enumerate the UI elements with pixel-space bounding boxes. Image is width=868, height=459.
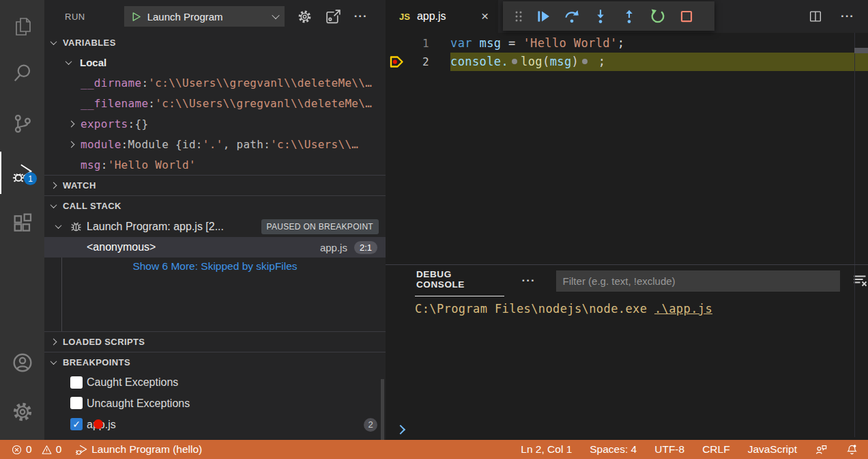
launch-config-label: Launch Program bbox=[147, 11, 273, 23]
step-into-icon bbox=[592, 8, 609, 25]
cursor-position-status[interactable]: Ln 2, Col 1 bbox=[517, 443, 576, 456]
status-bar: 0 0 Launch Program (hello) Ln 2, Col 1 S… bbox=[0, 440, 868, 459]
code-line-1[interactable]: 1 var msg = 'Hello World'; bbox=[386, 34, 868, 53]
section-header-loaded-scripts[interactable]: LOADED SCRIPTS bbox=[44, 331, 386, 352]
variable-row-dirname[interactable]: __dirname: 'c:\\Users\\gregvanl\\deleteM… bbox=[44, 72, 386, 93]
step-over-button[interactable] bbox=[558, 4, 586, 29]
stack-frame-row[interactable]: <anonymous> app.js 2:1 bbox=[44, 237, 386, 258]
continue-button[interactable] bbox=[529, 4, 558, 29]
stop-button[interactable] bbox=[672, 4, 701, 29]
paused-on-breakpoint-badge: PAUSED ON BREAKPOINT bbox=[261, 219, 379, 234]
settings-button[interactable] bbox=[0, 391, 44, 433]
account-icon bbox=[11, 351, 34, 374]
chevron-down-icon bbox=[50, 38, 57, 45]
status-left: 0 0 Launch Program (hello) bbox=[0, 443, 206, 456]
feedback-icon bbox=[815, 443, 828, 456]
panel-more-actions-icon[interactable]: ··· bbox=[522, 274, 536, 288]
breakpoint-row-uncaught-exceptions[interactable]: Uncaught Exceptions bbox=[44, 393, 386, 414]
chevron-down-icon bbox=[50, 201, 57, 208]
chevron-right-icon bbox=[68, 141, 75, 148]
chevron-down-icon bbox=[66, 58, 72, 65]
frame-file-label: app.js bbox=[320, 242, 347, 253]
indentation-status[interactable]: Spaces: 4 bbox=[585, 443, 641, 456]
call-stack-session-row[interactable]: Launch Program: app.js [2... PAUSED ON B… bbox=[44, 216, 386, 237]
section-header-call-stack[interactable]: CALL STACK bbox=[44, 195, 386, 216]
breakpoint-row-caught-exceptions[interactable]: Caught Exceptions bbox=[44, 372, 386, 393]
scope-row-local[interactable]: Local bbox=[44, 52, 386, 72]
code-line-2-current[interactable]: 2 console.log(msg) ; bbox=[386, 53, 868, 71]
gripper-icon bbox=[512, 10, 525, 23]
problems-status[interactable]: 0 0 bbox=[7, 443, 66, 456]
step-out-icon bbox=[620, 8, 638, 25]
encoding-status[interactable]: UTF-8 bbox=[650, 443, 689, 456]
restart-button[interactable] bbox=[643, 4, 672, 29]
checkbox-checked[interactable]: ✓ bbox=[70, 418, 83, 430]
variable-row-module[interactable]: module: Module {id: '.', path: 'c:\\User… bbox=[44, 134, 386, 154]
chevron-down-icon bbox=[55, 222, 62, 229]
breakpoint-row-appjs[interactable]: ✓ app.js 2 bbox=[44, 414, 386, 435]
section-header-watch[interactable]: WATCH bbox=[44, 175, 386, 195]
editor-actions: ··· bbox=[808, 0, 868, 33]
section-header-variables[interactable]: VARIABLES bbox=[44, 33, 386, 52]
start-debug-icon bbox=[130, 11, 142, 23]
step-into-button[interactable] bbox=[586, 4, 615, 29]
variable-row-filename[interactable]: __filename: 'c:\\Users\\gregvanl\\delete… bbox=[44, 93, 386, 113]
checkbox-unchecked[interactable] bbox=[70, 397, 83, 409]
search-icon bbox=[12, 62, 33, 84]
chevron-down-icon bbox=[272, 12, 279, 19]
console-filter-input[interactable] bbox=[556, 270, 840, 292]
step-out-button[interactable] bbox=[615, 4, 643, 29]
eol-status[interactable]: CRLF bbox=[698, 443, 734, 456]
tab-debug-console[interactable]: DEBUG CONSOLE bbox=[415, 265, 504, 296]
chevron-right-icon bbox=[68, 120, 75, 127]
more-actions-icon[interactable]: ··· bbox=[841, 10, 854, 23]
chevron-down-icon bbox=[50, 358, 57, 365]
sidebar-item-extensions[interactable] bbox=[0, 202, 44, 245]
debug-toolbar bbox=[503, 1, 714, 31]
views-more-actions-button[interactable]: ··· bbox=[354, 10, 368, 23]
repl-prompt-chevron-icon[interactable] bbox=[396, 425, 405, 434]
breakpoint-dot-icon bbox=[93, 419, 103, 429]
console-output-line: C:\Program Files\nodejs\node.exe .\app.j… bbox=[415, 302, 868, 316]
notifications-button[interactable] bbox=[841, 443, 863, 456]
configure-gear-button[interactable] bbox=[297, 9, 313, 25]
javascript-file-icon: JS bbox=[399, 12, 410, 22]
sidebar-item-explorer[interactable] bbox=[0, 5, 44, 48]
sidebar-item-run-debug[interactable]: 1 bbox=[0, 152, 44, 194]
tab-appjs[interactable]: JS app.js × bbox=[386, 0, 498, 33]
inline-breakpoint-dot[interactable] bbox=[512, 59, 517, 64]
gear-icon bbox=[297, 9, 313, 25]
restart-icon bbox=[649, 8, 667, 25]
tree-indent-guide bbox=[61, 275, 62, 331]
close-icon[interactable]: × bbox=[481, 9, 489, 24]
sidebar-scrollbar[interactable] bbox=[381, 379, 384, 440]
sidebar-item-search[interactable] bbox=[0, 52, 44, 94]
variable-row-msg[interactable]: msg: 'Hello World' bbox=[44, 154, 386, 175]
debug-target-status[interactable]: Launch Program (hello) bbox=[71, 443, 206, 456]
debug-start-icon bbox=[75, 443, 88, 456]
show-skipped-frames-link[interactable]: Show 6 More: Skipped by skipFiles bbox=[44, 258, 386, 275]
toolbar-drag-handle[interactable] bbox=[508, 4, 529, 29]
inline-breakpoint-dot[interactable] bbox=[582, 59, 588, 64]
open-debug-console-button[interactable] bbox=[325, 8, 342, 25]
split-editor-icon[interactable] bbox=[808, 9, 823, 24]
language-mode-status[interactable]: JavaScript bbox=[744, 443, 801, 456]
bell-icon bbox=[845, 443, 858, 456]
section-header-breakpoints[interactable]: BREAKPOINTS bbox=[44, 352, 386, 372]
variable-row-exports[interactable]: exports: {} bbox=[44, 113, 386, 134]
editor-scrollbar-thumb[interactable] bbox=[854, 48, 868, 53]
feedback-button[interactable] bbox=[811, 443, 832, 456]
launch-config-dropdown[interactable]: Launch Program bbox=[124, 6, 285, 27]
checkbox-unchecked[interactable] bbox=[70, 376, 83, 389]
accounts-button[interactable] bbox=[0, 342, 44, 384]
console-file-link[interactable]: .\app.js bbox=[654, 302, 712, 316]
gear-icon bbox=[11, 400, 34, 423]
debug-console-panel: DEBUG CONSOLE ··· C:\Program Files\nodej… bbox=[386, 264, 868, 440]
panel-header: DEBUG CONSOLE ··· bbox=[386, 265, 868, 296]
code-editor[interactable]: 1 var msg = 'Hello World'; 2 console.log… bbox=[386, 33, 868, 264]
sidebar-title: RUN bbox=[65, 12, 85, 22]
editor-scrollbar-track bbox=[854, 33, 855, 264]
sidebar-item-source-control[interactable] bbox=[0, 102, 44, 145]
breakpoint-count-badge: 2 bbox=[364, 418, 377, 432]
step-over-icon bbox=[563, 8, 581, 25]
